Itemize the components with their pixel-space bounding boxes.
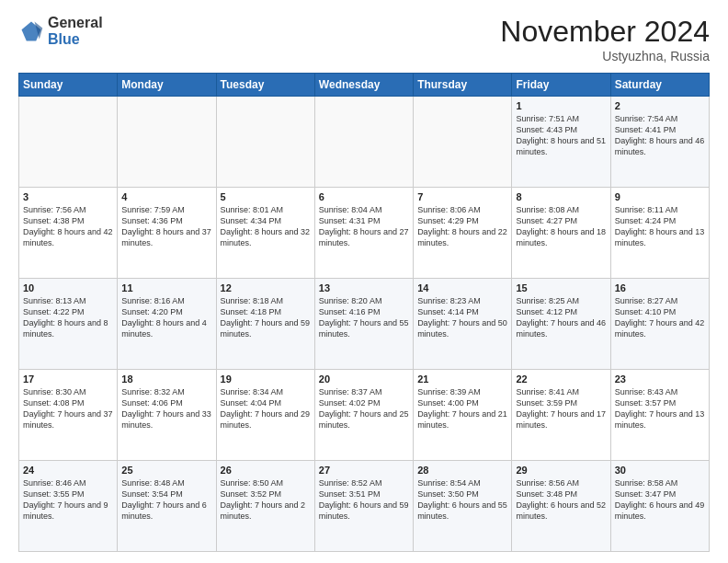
day-number: 12 [221,282,311,293]
calendar-cell: 30Sunrise: 8:58 AM Sunset: 3:47 PM Dayli… [610,461,709,552]
day-number: 9 [615,191,705,202]
day-info: Sunrise: 7:51 AM Sunset: 4:43 PM Dayligh… [516,113,606,158]
calendar-cell: 24Sunrise: 8:46 AM Sunset: 3:55 PM Dayli… [19,461,118,552]
day-number: 24 [23,465,113,476]
calendar-cell [19,97,118,188]
day-number: 21 [417,373,507,385]
day-info: Sunrise: 7:56 AM Sunset: 4:38 PM Dayligh… [23,204,113,249]
calendar-cell: 20Sunrise: 8:37 AM Sunset: 4:02 PM Dayli… [314,370,413,461]
day-number: 29 [516,465,606,476]
day-number: 18 [121,373,211,385]
location: Ustyuzhna, Russia [500,49,710,63]
day-of-week-header: Wednesday [314,74,413,97]
calendar-cell [118,97,216,188]
day-info: Sunrise: 8:50 AM Sunset: 3:52 PM Dayligh… [221,477,311,523]
calendar-cell: 18Sunrise: 8:32 AM Sunset: 4:06 PM Dayli… [118,370,216,461]
calendar-cell: 23Sunrise: 8:43 AM Sunset: 3:57 PM Dayli… [610,370,709,461]
day-number: 16 [615,282,705,293]
calendar-cell: 15Sunrise: 8:25 AM Sunset: 4:12 PM Dayli… [512,279,610,370]
day-number: 28 [417,465,507,476]
calendar-cell: 1Sunrise: 7:51 AM Sunset: 4:43 PM Daylig… [512,97,610,188]
calendar-cell: 5Sunrise: 8:01 AM Sunset: 4:34 PM Daylig… [216,188,314,279]
calendar-cell [414,97,512,188]
calendar-cell: 11Sunrise: 8:16 AM Sunset: 4:20 PM Dayli… [118,279,216,370]
calendar-cell [216,97,314,188]
day-number: 25 [121,465,211,476]
day-number: 11 [121,282,211,293]
day-number: 22 [516,373,606,385]
calendar-cell: 13Sunrise: 8:20 AM Sunset: 4:16 PM Dayli… [314,279,413,370]
calendar-cell: 4Sunrise: 7:59 AM Sunset: 4:36 PM Daylig… [118,188,216,279]
day-info: Sunrise: 8:30 AM Sunset: 4:08 PM Dayligh… [23,386,113,431]
calendar-cell: 27Sunrise: 8:52 AM Sunset: 3:51 PM Dayli… [314,461,413,552]
calendar-cell: 3Sunrise: 7:56 AM Sunset: 4:38 PM Daylig… [19,188,118,279]
title-block: November 2024 Ustyuzhna, Russia [500,15,710,63]
day-info: Sunrise: 8:20 AM Sunset: 4:16 PM Dayligh… [319,295,409,340]
page: General Blue November 2024 Ustyuzhna, Ru… [0,0,728,563]
day-number: 4 [121,191,211,202]
calendar-cell: 16Sunrise: 8:27 AM Sunset: 4:10 PM Dayli… [610,279,709,370]
day-info: Sunrise: 8:46 AM Sunset: 3:55 PM Dayligh… [23,477,113,523]
calendar-cell: 8Sunrise: 8:08 AM Sunset: 4:27 PM Daylig… [512,188,610,279]
calendar-table: SundayMondayTuesdayWednesdayThursdayFrid… [18,73,710,552]
day-number: 15 [516,282,606,293]
calendar-cell [314,97,413,188]
calendar-cell: 21Sunrise: 8:39 AM Sunset: 4:00 PM Dayli… [414,370,512,461]
day-of-week-header: Tuesday [216,74,314,97]
day-info: Sunrise: 8:01 AM Sunset: 4:34 PM Dayligh… [221,204,311,249]
day-info: Sunrise: 8:48 AM Sunset: 3:54 PM Dayligh… [121,477,211,523]
day-number: 13 [319,282,409,293]
day-of-week-header: Friday [512,74,610,97]
logo-blue-text: Blue [48,31,103,48]
calendar-cell: 10Sunrise: 8:13 AM Sunset: 4:22 PM Dayli… [19,279,118,370]
logo: General Blue [18,15,103,47]
calendar-cell: 26Sunrise: 8:50 AM Sunset: 3:52 PM Dayli… [216,461,314,552]
day-header-row: SundayMondayTuesdayWednesdayThursdayFrid… [19,74,710,97]
day-info: Sunrise: 8:32 AM Sunset: 4:06 PM Dayligh… [121,386,211,431]
day-number: 5 [221,191,311,202]
calendar-cell: 29Sunrise: 8:56 AM Sunset: 3:48 PM Dayli… [512,461,610,552]
day-number: 27 [319,465,409,476]
calendar-cell: 17Sunrise: 8:30 AM Sunset: 4:08 PM Dayli… [19,370,118,461]
calendar-cell: 14Sunrise: 8:23 AM Sunset: 4:14 PM Dayli… [414,279,512,370]
day-number: 14 [417,282,507,293]
day-info: Sunrise: 8:04 AM Sunset: 4:31 PM Dayligh… [319,204,409,249]
day-number: 19 [221,373,311,385]
calendar-week-row: 10Sunrise: 8:13 AM Sunset: 4:22 PM Dayli… [19,279,710,370]
calendar-week-row: 24Sunrise: 8:46 AM Sunset: 3:55 PM Dayli… [19,461,710,552]
calendar-header: SundayMondayTuesdayWednesdayThursdayFrid… [19,74,710,97]
day-number: 26 [221,465,311,476]
day-of-week-header: Thursday [414,74,512,97]
calendar-cell: 2Sunrise: 7:54 AM Sunset: 4:41 PM Daylig… [610,97,709,188]
day-number: 20 [319,373,409,385]
day-number: 23 [615,373,705,385]
day-number: 10 [23,282,113,293]
day-info: Sunrise: 8:18 AM Sunset: 4:18 PM Dayligh… [221,295,311,340]
calendar-cell: 28Sunrise: 8:54 AM Sunset: 3:50 PM Dayli… [414,461,512,552]
day-number: 6 [319,191,409,202]
day-number: 17 [23,373,113,385]
day-info: Sunrise: 8:27 AM Sunset: 4:10 PM Dayligh… [615,295,705,340]
day-of-week-header: Saturday [610,74,709,97]
calendar-week-row: 3Sunrise: 7:56 AM Sunset: 4:38 PM Daylig… [19,188,710,279]
day-info: Sunrise: 8:23 AM Sunset: 4:14 PM Dayligh… [417,295,507,340]
day-number: 30 [615,465,705,476]
logo-icon [18,18,44,44]
calendar-cell: 25Sunrise: 8:48 AM Sunset: 3:54 PM Dayli… [118,461,216,552]
day-info: Sunrise: 8:54 AM Sunset: 3:50 PM Dayligh… [417,477,507,523]
logo-general-text: General [48,15,103,31]
calendar-cell: 19Sunrise: 8:34 AM Sunset: 4:04 PM Dayli… [216,370,314,461]
day-info: Sunrise: 8:39 AM Sunset: 4:00 PM Dayligh… [417,386,507,431]
day-info: Sunrise: 8:06 AM Sunset: 4:29 PM Dayligh… [417,204,507,249]
day-info: Sunrise: 8:52 AM Sunset: 3:51 PM Dayligh… [319,477,409,523]
calendar-cell: 12Sunrise: 8:18 AM Sunset: 4:18 PM Dayli… [216,279,314,370]
day-info: Sunrise: 8:25 AM Sunset: 4:12 PM Dayligh… [516,295,606,340]
day-of-week-header: Sunday [19,74,118,97]
calendar-cell: 6Sunrise: 8:04 AM Sunset: 4:31 PM Daylig… [314,188,413,279]
day-info: Sunrise: 8:11 AM Sunset: 4:24 PM Dayligh… [615,204,705,249]
day-number: 2 [615,100,705,111]
day-info: Sunrise: 8:08 AM Sunset: 4:27 PM Dayligh… [516,204,606,249]
day-info: Sunrise: 8:34 AM Sunset: 4:04 PM Dayligh… [221,386,311,431]
day-number: 8 [516,191,606,202]
calendar-body: 1Sunrise: 7:51 AM Sunset: 4:43 PM Daylig… [19,97,710,552]
